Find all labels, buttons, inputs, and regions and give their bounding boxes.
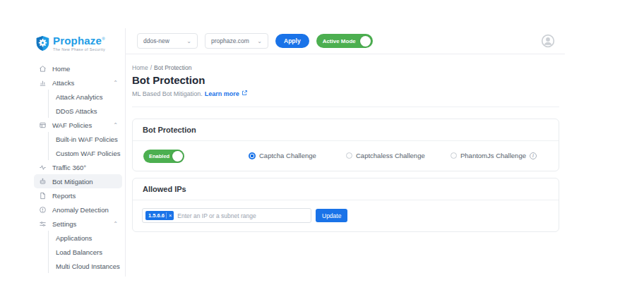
breadcrumb-home-link[interactable]: Home <box>132 64 148 71</box>
allowed-ips-card-title: Allowed IPs <box>133 178 559 200</box>
sidebar-item-applications[interactable]: Applications <box>56 231 122 245</box>
waf-subgroup: Built-in WAF Policies Custom WAF Policie… <box>48 132 122 160</box>
registered-mark: ® <box>102 37 105 41</box>
learn-more-link[interactable]: Learn more <box>205 90 239 97</box>
sidebar-item-bot-mitigation[interactable]: Bot Mitigation <box>34 174 122 188</box>
home-icon <box>38 64 47 73</box>
ip-tag-value: 1.5.6.6 <box>148 212 165 219</box>
main-area: ddos-new ⌄ prophaze.com ⌄ Apply Active M… <box>126 28 565 277</box>
ip-tag: 1.5.6.6 × <box>145 211 174 220</box>
remove-tag-icon[interactable]: × <box>166 212 174 219</box>
app-window: Prophaze® The New Phase of Security Home… <box>28 28 565 277</box>
apply-button[interactable]: Apply <box>275 34 309 48</box>
chevron-up-icon: ⌃ <box>113 221 119 227</box>
sidebar-item-label: Custom WAF Policies <box>56 150 121 157</box>
ip-input[interactable] <box>177 212 308 219</box>
sidebar-nav: Home Attacks ⌃ Attack Analytics DDoS Att… <box>34 61 122 273</box>
allowed-ips-card: Allowed IPs 1.5.6.6 × Update <box>132 178 559 232</box>
sidebar-item-anomaly-detection[interactable]: Anomaly Detection <box>34 202 122 217</box>
sidebar-item-label: Attack Analytics <box>56 93 103 101</box>
sidebar-item-attacks[interactable]: Attacks ⌃ <box>34 75 122 90</box>
topbar: ddos-new ⌄ prophaze.com ⌄ Apply Active M… <box>126 28 565 54</box>
sidebar-item-attack-analytics[interactable]: Attack Analytics <box>56 90 122 104</box>
radio-captcha-challenge[interactable]: Captcha Challenge <box>249 152 316 159</box>
traffic-waveform-icon <box>38 163 47 171</box>
user-avatar[interactable] <box>541 34 555 48</box>
site-dropdown[interactable]: ddos-new ⌄ <box>137 33 198 49</box>
breadcrumb-current: Bot Protection <box>154 64 191 71</box>
content-divider <box>132 107 559 107</box>
sidebar-item-custom-waf-policies[interactable]: Custom WAF Policies <box>56 146 122 160</box>
domain-dropdown-value: prophaze.com <box>211 37 249 44</box>
settings-subgroup: Applications Load Balancers Multi Cloud … <box>48 231 122 273</box>
sidebar-item-label: Bot Mitigation <box>52 178 93 186</box>
bot-protection-card-body: Enabled Captcha Challenge Captchaless Ch… <box>133 141 559 171</box>
sidebar-item-label: DDoS Attacks <box>56 107 97 115</box>
sidebar-item-label: Attacks <box>52 79 74 87</box>
domain-dropdown[interactable]: prophaze.com ⌄ <box>205 33 268 49</box>
radio-unselected-icon <box>346 152 352 159</box>
subtitle-text: ML Based Bot Mitigation. <box>132 90 203 97</box>
attacks-subgroup: Attack Analytics DDoS Attacks <box>48 90 122 118</box>
chevron-down-icon: ⌄ <box>257 38 262 44</box>
settings-sliders-icon <box>38 219 47 228</box>
bot-protection-card-title: Bot Protection <box>133 119 559 141</box>
ip-input-box[interactable]: 1.5.6.6 × <box>142 208 311 223</box>
breadcrumb-separator: / <box>150 64 152 71</box>
radio-label: Captcha Challenge <box>259 152 316 159</box>
attacks-chart-icon <box>38 78 47 87</box>
update-button[interactable]: Update <box>316 209 347 222</box>
radio-label: PhantomJs Challenge <box>460 152 526 159</box>
sidebar-item-waf-policies[interactable]: WAF Policies ⌃ <box>34 118 122 132</box>
sidebar-item-label: Traffic 360° <box>52 164 86 171</box>
chevron-up-icon: ⌃ <box>113 122 119 128</box>
radio-selected-icon <box>249 152 256 159</box>
sidebar-item-label: Settings <box>52 220 76 228</box>
anomaly-alert-icon <box>38 205 47 214</box>
chevron-down-icon: ⌄ <box>186 38 191 44</box>
radio-label: Captchaless Challenge <box>356 152 425 159</box>
sidebar-item-label: WAF Policies <box>52 121 92 129</box>
toggle-knob <box>172 151 183 162</box>
sidebar-item-label: Reports <box>52 192 76 200</box>
sidebar-item-ddos-attacks[interactable]: DDoS Attacks <box>56 104 122 118</box>
prophaze-shield-icon <box>35 35 50 54</box>
radio-phantomjs-challenge[interactable]: PhantomJs Challenge i <box>451 152 537 159</box>
sidebar-item-load-balancers[interactable]: Load Balancers <box>56 245 122 259</box>
sidebar-item-label: Applications <box>56 234 92 242</box>
sidebar-item-label: Multi Cloud Instances <box>56 262 120 270</box>
site-dropdown-value: ddos-new <box>143 37 169 44</box>
active-mode-toggle[interactable]: Active Mode <box>316 34 373 48</box>
breadcrumb: Home/Bot Protection <box>132 64 559 71</box>
enabled-toggle-label: Enabled <box>149 153 169 159</box>
sidebar-item-home[interactable]: Home <box>34 61 122 75</box>
radio-unselected-icon <box>451 152 457 159</box>
brand-name: Prophaze <box>53 35 102 47</box>
info-icon[interactable]: i <box>530 152 537 159</box>
sidebar-item-multi-cloud-instances[interactable]: Multi Cloud Instances <box>56 259 122 273</box>
page-subtitle: ML Based Bot Mitigation. Learn more <box>132 90 559 97</box>
external-link-icon <box>242 90 248 97</box>
report-document-icon <box>38 191 47 200</box>
sidebar-item-reports[interactable]: Reports <box>34 188 122 202</box>
bot-protection-enabled-toggle[interactable]: Enabled <box>143 150 184 163</box>
policies-list-icon <box>38 121 47 129</box>
sidebar-item-label: Built-in WAF Policies <box>56 135 118 143</box>
sidebar-item-settings[interactable]: Settings ⌃ <box>34 217 122 231</box>
brand-tagline: The New Phase of Security <box>53 48 105 52</box>
bot-protection-card: Bot Protection Enabled Captcha Challenge… <box>132 119 559 171</box>
sidebar-item-label: Home <box>52 65 70 73</box>
bot-icon <box>38 177 47 186</box>
chevron-up-icon: ⌃ <box>113 80 119 86</box>
allowed-ips-card-body: 1.5.6.6 × Update <box>133 200 559 231</box>
page-content: Home/Bot Protection Bot Protection ML Ba… <box>126 54 565 277</box>
sidebar-item-traffic-360[interactable]: Traffic 360° <box>34 160 122 174</box>
radio-captchaless-challenge[interactable]: Captchaless Challenge <box>346 152 425 159</box>
active-mode-label: Active Mode <box>323 38 356 44</box>
brand-logo[interactable]: Prophaze® The New Phase of Security <box>34 34 122 59</box>
sidebar-item-builtin-waf-policies[interactable]: Built-in WAF Policies <box>56 132 122 146</box>
toggle-knob <box>360 36 371 47</box>
sidebar-item-label: Anomaly Detection <box>52 206 109 214</box>
sidebar: Prophaze® The New Phase of Security Home… <box>28 28 126 277</box>
page-title: Bot Protection <box>132 74 559 86</box>
